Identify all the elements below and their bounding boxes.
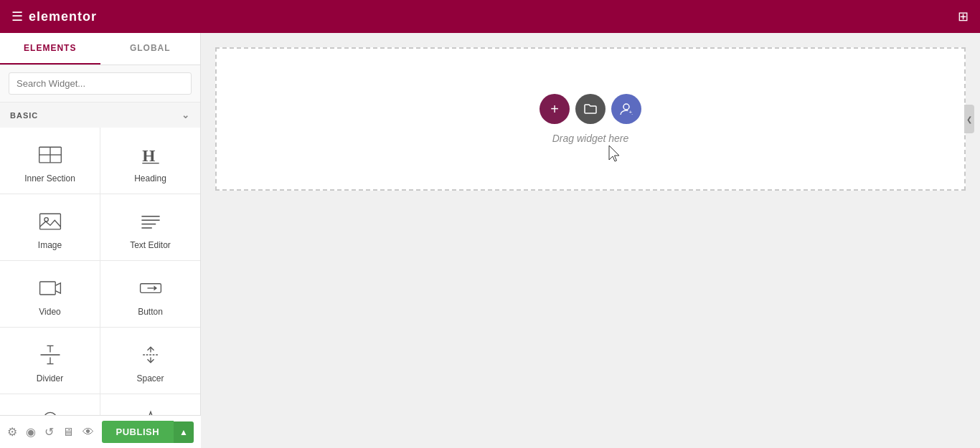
canvas-area: + + Drag widget here: [201, 33, 980, 448]
publish-dropdown-button[interactable]: ▲: [174, 421, 194, 443]
widget-spacer-label: Spacer: [136, 373, 164, 383]
widget-actions: + +: [540, 94, 641, 124]
button-icon: [138, 275, 164, 301]
widget-image-label: Image: [38, 240, 62, 250]
bottom-bar: ⚙ ◉ ↺ 🖥 👁 PUBLISH ▲: [0, 415, 201, 448]
svg-text:H: H: [142, 146, 155, 165]
widget-heading-label: Heading: [134, 173, 166, 184]
sidebar: ELEMENTS GLOBAL BASIC ⌄ Inner Section: [0, 33, 201, 448]
tab-global[interactable]: GLOBAL: [100, 33, 201, 65]
add-widget-button[interactable]: +: [540, 94, 570, 124]
drop-zone[interactable]: + + Drag widget here: [215, 47, 966, 191]
widget-spacer[interactable]: Spacer: [100, 328, 200, 394]
publish-btn-group: PUBLISH ▲: [102, 421, 194, 443]
heading-icon: H: [138, 142, 164, 168]
widgets-grid: Inner Section H Heading: [0, 128, 200, 448]
svg-point-6: [44, 218, 47, 221]
svg-text:+: +: [629, 109, 633, 115]
folder-button[interactable]: [575, 94, 606, 124]
widget-button-label: Button: [138, 307, 163, 317]
widget-inner-section-label: Inner Section: [24, 173, 75, 184]
collapse-arrow: ❮: [966, 115, 972, 123]
svg-rect-5: [39, 214, 60, 229]
publish-button[interactable]: PUBLISH: [102, 421, 174, 443]
svg-marker-14: [154, 285, 157, 290]
widget-image[interactable]: Image: [0, 194, 100, 260]
text-editor-icon: [138, 209, 164, 234]
sidebar-tabs: ELEMENTS GLOBAL: [0, 33, 200, 65]
section-header-basic[interactable]: BASIC ⌄: [0, 103, 200, 128]
hamburger-icon[interactable]: ☰: [11, 9, 23, 24]
video-icon: [37, 275, 63, 301]
svg-rect-11: [39, 282, 55, 295]
divider-icon: [37, 342, 63, 368]
widget-video-label: Video: [39, 307, 60, 317]
widget-video[interactable]: Video: [0, 261, 100, 327]
template-button[interactable]: +: [611, 94, 641, 124]
top-bar-left: ☰ elementor: [11, 9, 97, 24]
responsive-icon[interactable]: 🖥: [62, 426, 74, 439]
search-bar: [0, 65, 200, 103]
spacer-icon: [138, 342, 164, 368]
widget-divider[interactable]: Divider: [0, 328, 100, 394]
grid-icon[interactable]: ⊞: [958, 9, 969, 24]
widget-divider-label: Divider: [37, 373, 63, 383]
widget-text-editor-label: Text Editor: [130, 240, 171, 250]
inner-section-icon: [37, 142, 63, 168]
chevron-down-icon: ⌄: [182, 110, 190, 120]
bottom-icons: ⚙ ◉ ↺ 🖥 👁: [7, 425, 94, 439]
widget-text-editor[interactable]: Text Editor: [100, 194, 200, 260]
preview-icon[interactable]: 👁: [83, 426, 94, 439]
history-icon[interactable]: ↺: [44, 425, 54, 439]
image-icon: [37, 209, 63, 234]
widget-heading[interactable]: H Heading: [100, 128, 200, 194]
settings-icon[interactable]: ⚙: [7, 425, 17, 439]
search-input[interactable]: [9, 72, 192, 95]
collapse-handle[interactable]: ❮: [964, 105, 974, 133]
app-title: elementor: [29, 9, 97, 24]
top-bar: ☰ elementor ⊞: [0, 0, 980, 33]
layers-icon[interactable]: ◉: [26, 425, 36, 439]
widget-button[interactable]: Button: [100, 261, 200, 327]
main-layout: ELEMENTS GLOBAL BASIC ⌄ Inner Section: [0, 33, 980, 448]
section-label: BASIC: [10, 111, 38, 120]
tab-elements[interactable]: ELEMENTS: [0, 33, 100, 65]
drag-text: Drag widget here: [552, 133, 629, 144]
widget-inner-section[interactable]: Inner Section: [0, 128, 100, 194]
